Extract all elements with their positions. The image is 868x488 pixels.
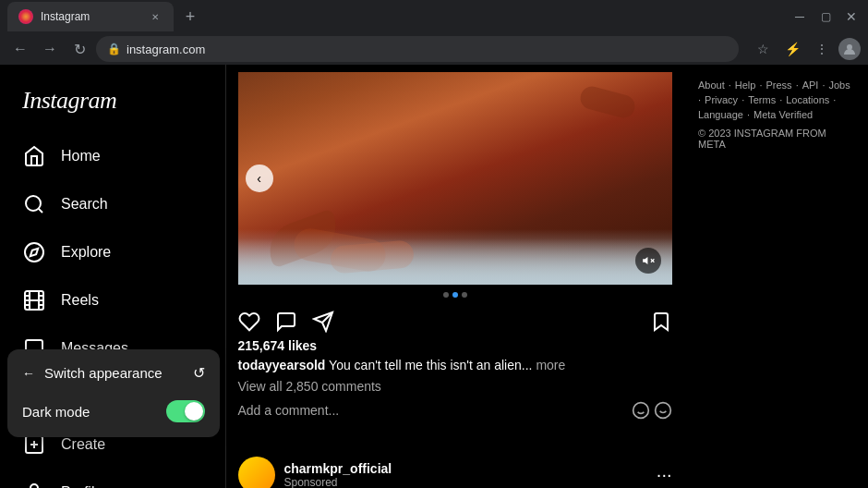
popup-close-icon[interactable]: ↺ xyxy=(193,364,205,382)
right-panel: About · Help · Press · API · Jobs · Priv… xyxy=(683,65,868,488)
dot-3 xyxy=(462,292,467,298)
add-comment-input[interactable]: Add a comment... xyxy=(238,403,632,418)
comment-button[interactable] xyxy=(275,311,297,333)
post-username[interactable]: todayyearsold xyxy=(238,358,326,372)
footer-links: About · Help · Press · API · Jobs · Priv… xyxy=(698,79,853,120)
close-window-button[interactable]: ✕ xyxy=(842,7,861,26)
tab-close-button[interactable]: ✕ xyxy=(148,9,163,24)
search-label: Search xyxy=(61,196,108,213)
maximize-button[interactable]: ▢ xyxy=(816,7,835,26)
search-icon xyxy=(22,192,46,216)
svg-point-16 xyxy=(30,484,38,488)
popup-title: Switch appearance xyxy=(44,365,163,381)
post-caption-text: You can't tell me this isn't an alien... xyxy=(329,358,532,372)
svg-marker-20 xyxy=(643,257,647,264)
dark-mode-label: Dark mode xyxy=(22,404,166,420)
address-bar[interactable]: 🔒 instagram.com xyxy=(96,36,739,62)
dot-2 xyxy=(452,292,458,298)
footer-link-press[interactable]: Press xyxy=(766,79,792,91)
sponsored-more-button[interactable]: ··· xyxy=(657,464,672,485)
add-comment-row: Add a comment... xyxy=(238,397,672,423)
sponsored-header: charmkpr_official Sponsored ··· xyxy=(238,445,672,488)
home-icon xyxy=(22,144,46,168)
post-card-2: charmkpr_official Sponsored ··· xyxy=(238,445,672,488)
user-avatar[interactable] xyxy=(838,38,861,60)
forward-button[interactable]: → xyxy=(37,36,63,62)
explore-label: Explore xyxy=(61,244,111,261)
ssl-lock-icon: 🔒 xyxy=(107,43,121,55)
footer-link-api[interactable]: API xyxy=(802,79,819,91)
switch-appearance-popup: ← Switch appearance ↺ Dark mode xyxy=(7,349,220,437)
emoji-buttons[interactable] xyxy=(632,401,672,420)
footer-link-meta-verified[interactable]: Meta Verified xyxy=(753,109,813,120)
post-image-octopus xyxy=(238,72,672,285)
sponsored-label: Sponsored xyxy=(284,476,647,488)
main-content: ‹ xyxy=(226,65,683,488)
toggle-knob xyxy=(185,402,203,421)
browser-chrome: Instagram ✕ + ─ ▢ ✕ ← → ↻ 🔒 instagram.co… xyxy=(0,0,868,65)
footer-link-language[interactable]: Language xyxy=(698,109,743,120)
popup-header[interactable]: ← Switch appearance ↺ xyxy=(15,357,212,389)
new-tab-button[interactable]: + xyxy=(177,4,203,30)
share-button[interactable] xyxy=(312,311,334,333)
instagram-logo: Instagram xyxy=(11,72,214,133)
sponsored-username[interactable]: charmkpr_official xyxy=(284,461,647,476)
footer-link-help[interactable]: Help xyxy=(735,79,756,91)
sidebar-item-profile[interactable]: Profile xyxy=(11,470,214,488)
browser-controls: ← → ↻ 🔒 instagram.com ☆ ⚡ ⋮ xyxy=(0,33,868,65)
post-caption: todayyearsold You can't tell me this isn… xyxy=(238,357,672,375)
profile-icon xyxy=(22,481,46,488)
like-button[interactable] xyxy=(238,311,260,333)
footer-link-about[interactable]: About xyxy=(698,79,725,91)
footer-link-jobs[interactable]: Jobs xyxy=(828,79,850,91)
reels-label: Reels xyxy=(61,292,99,309)
back-arrow-icon: ← xyxy=(22,366,35,381)
footer-link-locations[interactable]: Locations xyxy=(786,94,829,105)
volume-icon[interactable] xyxy=(635,248,661,274)
bookmark-button[interactable]: ☆ xyxy=(750,36,776,62)
post-image-container: ‹ xyxy=(238,72,672,285)
svg-point-1 xyxy=(26,196,41,211)
sponsored-info: charmkpr_official Sponsored xyxy=(284,461,647,488)
dark-mode-toggle[interactable] xyxy=(166,400,205,422)
dot-indicators xyxy=(238,285,672,305)
sponsored-avatar xyxy=(238,457,275,488)
sidebar-item-explore[interactable]: Explore xyxy=(11,229,214,275)
svg-line-2 xyxy=(39,209,42,213)
address-text: instagram.com xyxy=(127,43,205,56)
svg-point-25 xyxy=(633,402,648,418)
post-nav-left[interactable]: ‹ xyxy=(246,165,273,192)
menu-button[interactable]: ⋮ xyxy=(809,36,835,62)
post-card-1: ‹ xyxy=(238,72,672,423)
footer-link-privacy[interactable]: Privacy xyxy=(705,94,738,105)
footer-link-terms[interactable]: Terms xyxy=(748,94,776,105)
create-label: Create xyxy=(61,436,105,453)
svg-marker-4 xyxy=(30,249,38,256)
back-button[interactable]: ← xyxy=(7,36,33,62)
home-label: Home xyxy=(61,148,101,165)
svg-point-28 xyxy=(655,402,670,418)
svg-point-3 xyxy=(25,243,43,262)
minimize-button[interactable]: ─ xyxy=(790,7,809,26)
active-tab[interactable]: Instagram ✕ xyxy=(7,2,174,31)
tab-favicon xyxy=(18,9,33,24)
tab-bar: Instagram ✕ + ─ ▢ ✕ xyxy=(0,0,868,33)
save-button[interactable] xyxy=(650,311,672,333)
sidebar-item-search[interactable]: Search xyxy=(11,181,214,227)
footer-copyright: © 2023 INSTAGRAM FROM META xyxy=(698,128,853,150)
dark-mode-row: Dark mode xyxy=(15,393,212,430)
sidebar-item-reels[interactable]: Reels xyxy=(11,277,214,323)
post-more-link[interactable]: more xyxy=(536,358,565,372)
sidebar-item-home[interactable]: Home xyxy=(11,133,214,179)
tab-title: Instagram xyxy=(41,10,90,23)
reload-button[interactable]: ↻ xyxy=(66,36,92,62)
app-container: Instagram Home Search xyxy=(0,65,868,488)
extensions-button[interactable]: ⚡ xyxy=(779,36,805,62)
explore-icon xyxy=(22,240,46,264)
feed: ‹ xyxy=(238,65,672,488)
view-all-comments[interactable]: View all 2,850 comments xyxy=(238,379,672,394)
post-likes: 215,674 likes xyxy=(238,338,672,353)
sidebar: Instagram Home Search xyxy=(0,65,226,488)
browser-actions: ☆ ⚡ ⋮ xyxy=(750,36,861,62)
post-actions xyxy=(238,305,672,338)
